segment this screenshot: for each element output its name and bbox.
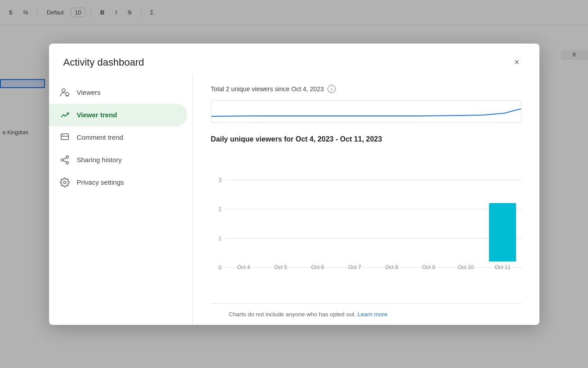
sidebar-item-privacy-settings[interactable]: Privacy settings <box>49 171 187 194</box>
sidebar-item-comment-trend-label: Comment trend <box>77 133 123 141</box>
y-label-3: 3 <box>211 177 222 183</box>
bars-container: Oct 4 Oct 5 Oct 6 <box>225 154 521 270</box>
learn-more-link[interactable]: Learn more <box>358 311 387 318</box>
svg-point-5 <box>66 155 68 158</box>
viewers-icon <box>60 88 70 98</box>
sidebar-item-viewer-trend-label: Viewer trend <box>77 111 117 119</box>
svg-point-7 <box>66 161 68 164</box>
bar-oct6-label: Oct 6 <box>311 264 324 270</box>
bar-oct7-label: Oct 7 <box>348 264 361 270</box>
svg-line-9 <box>63 157 66 159</box>
close-button[interactable]: × <box>509 54 525 71</box>
sidebar-item-viewer-trend[interactable]: Viewer trend <box>49 104 187 126</box>
y-label-2: 2 <box>211 206 222 213</box>
bar-oct4-label: Oct 4 <box>237 264 250 270</box>
sidebar-item-comment-trend[interactable]: Comment trend <box>49 126 187 149</box>
modal-title: Activity dashboard <box>63 57 144 68</box>
activity-dashboard-modal: Activity dashboard × Viewers <box>49 44 539 325</box>
sparkline-chart <box>211 100 521 123</box>
modal-overlay: Activity dashboard × Viewers <box>0 0 588 368</box>
bar-oct9: Oct 9 <box>410 262 447 270</box>
sidebar-item-viewers-label: Viewers <box>77 89 101 96</box>
footer-text: Charts do not include anyone who has opt… <box>229 311 356 318</box>
bar-oct9-label: Oct 9 <box>422 264 435 270</box>
main-panel: Total 2 unique viewers since Oct 4, 2023… <box>193 74 539 325</box>
summary-line: Total 2 unique viewers since Oct 4, 2023… <box>211 85 521 93</box>
sidebar-item-sharing-history-label: Sharing history <box>77 156 122 164</box>
svg-line-8 <box>63 160 66 162</box>
summary-text: Total 2 unique viewers since Oct 4, 2023 <box>211 85 324 93</box>
svg-point-10 <box>63 181 66 184</box>
modal-body: Viewers Viewer trend <box>49 74 539 325</box>
bar-oct11: Oct 11 <box>484 203 521 270</box>
sidebar: Viewers Viewer trend <box>49 74 193 325</box>
bar-oct10-label: Oct 10 <box>458 264 473 270</box>
modal-footer: Charts do not include anyone who has opt… <box>211 303 521 325</box>
bar-oct5-label: Oct 5 <box>274 264 287 270</box>
sidebar-item-privacy-settings-label: Privacy settings <box>77 178 124 186</box>
bar-oct10: Oct 10 <box>447 262 484 270</box>
info-icon[interactable]: i <box>328 85 336 93</box>
svg-point-6 <box>61 159 63 161</box>
bar-oct11-rect <box>489 203 516 262</box>
settings-icon <box>60 177 70 187</box>
bar-oct7: Oct 7 <box>336 262 373 270</box>
modal-header: Activity dashboard × <box>49 44 539 71</box>
comment-icon <box>60 133 70 142</box>
bar-chart: 3 2 1 <box>211 154 521 298</box>
bar-oct8-label: Oct 8 <box>385 264 398 270</box>
y-label-1: 1 <box>211 235 222 242</box>
svg-rect-2 <box>61 133 68 139</box>
bar-oct6: Oct 6 <box>299 262 336 270</box>
chart-title: Daily unique viewers for Oct 4, 2023 - O… <box>211 135 521 143</box>
bar-oct5: Oct 5 <box>262 262 299 270</box>
bar-oct4: Oct 4 <box>225 262 262 270</box>
trend-icon <box>60 110 70 120</box>
y-label-0: 0 <box>211 265 222 271</box>
share-icon <box>60 155 70 165</box>
sidebar-item-viewers[interactable]: Viewers <box>49 81 187 104</box>
svg-point-1 <box>65 93 68 96</box>
svg-point-0 <box>62 89 65 92</box>
bar-oct8: Oct 8 <box>373 262 410 270</box>
bar-oct11-label: Oct 11 <box>495 264 511 270</box>
sidebar-item-sharing-history[interactable]: Sharing history <box>49 149 187 171</box>
